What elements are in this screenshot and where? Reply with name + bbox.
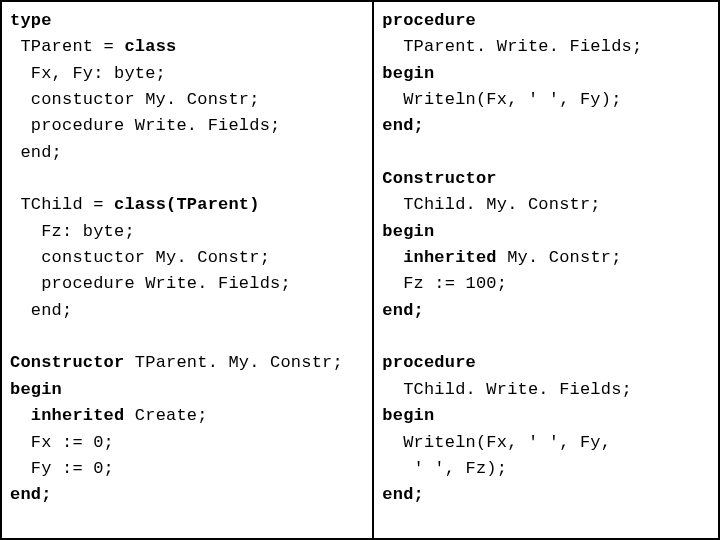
right-column: procedure TParent. Write. Fields; begin … bbox=[374, 2, 718, 538]
blank-line bbox=[382, 140, 710, 166]
code-line: end; bbox=[10, 298, 364, 324]
blank-line bbox=[10, 324, 364, 350]
code-line: Writeln(Fx, ' ', Fy, bbox=[382, 430, 710, 456]
keyword-constructor: Constructor bbox=[382, 169, 496, 188]
code-line: constuctor My. Constr; bbox=[10, 87, 364, 113]
keyword-inherited: inherited bbox=[403, 248, 497, 267]
keyword-begin: begin bbox=[382, 406, 434, 425]
keyword-end: end; bbox=[382, 301, 424, 320]
code-line: Constructor bbox=[382, 166, 710, 192]
code-line: Fz := 100; bbox=[382, 271, 710, 297]
code-line: procedure Write. Fields; bbox=[10, 113, 364, 139]
code-line: end; bbox=[382, 113, 710, 139]
code-line: constuctor My. Constr; bbox=[10, 245, 364, 271]
code-line: procedure Write. Fields; bbox=[10, 271, 364, 297]
code-line: procedure bbox=[382, 8, 710, 34]
blank-line bbox=[10, 166, 364, 192]
code-line: inherited My. Constr; bbox=[382, 245, 710, 271]
keyword-end: end; bbox=[10, 485, 52, 504]
keyword-end: end; bbox=[382, 116, 424, 135]
keyword-procedure: procedure bbox=[382, 11, 476, 30]
code-line: TChild. Write. Fields; bbox=[382, 377, 710, 403]
code-line: TChild = class(TParent) bbox=[10, 192, 364, 218]
code-line: ' ', Fz); bbox=[382, 456, 710, 482]
code-line: begin bbox=[10, 377, 364, 403]
code-line: begin bbox=[382, 219, 710, 245]
code-line: Fz: byte; bbox=[10, 219, 364, 245]
keyword-class-parent: class(TParent) bbox=[114, 195, 260, 214]
code-line: Fx := 0; bbox=[10, 430, 364, 456]
code-line: Fx, Fy: byte; bbox=[10, 61, 364, 87]
code-line: type bbox=[10, 8, 364, 34]
code-line: Constructor TParent. My. Constr; bbox=[10, 350, 364, 376]
keyword-constructor: Constructor bbox=[10, 353, 124, 372]
code-line: TChild. My. Constr; bbox=[382, 192, 710, 218]
keyword-begin: begin bbox=[382, 64, 434, 83]
keyword-procedure: procedure bbox=[382, 353, 476, 372]
code-line: Writeln(Fx, ' ', Fy); bbox=[382, 87, 710, 113]
code-line: end; bbox=[382, 482, 710, 508]
code-line: TParent = class bbox=[10, 34, 364, 60]
code-line: inherited Create; bbox=[10, 403, 364, 429]
blank-line bbox=[382, 324, 710, 350]
keyword-begin: begin bbox=[382, 222, 434, 241]
code-line: end; bbox=[10, 140, 364, 166]
keyword-inherited: inherited bbox=[31, 406, 125, 425]
code-line: end; bbox=[10, 482, 364, 508]
code-line: begin bbox=[382, 403, 710, 429]
left-column: type TParent = class Fx, Fy: byte; const… bbox=[2, 2, 374, 538]
code-line: procedure bbox=[382, 350, 710, 376]
keyword-begin: begin bbox=[10, 380, 62, 399]
keyword-class: class bbox=[124, 37, 176, 56]
code-line: end; bbox=[382, 298, 710, 324]
keyword-type: type bbox=[10, 11, 52, 30]
keyword-end: end; bbox=[382, 485, 424, 504]
code-line: Fy := 0; bbox=[10, 456, 364, 482]
code-slide: type TParent = class Fx, Fy: byte; const… bbox=[0, 0, 720, 540]
code-line: TParent. Write. Fields; bbox=[382, 34, 710, 60]
code-line: begin bbox=[382, 61, 710, 87]
